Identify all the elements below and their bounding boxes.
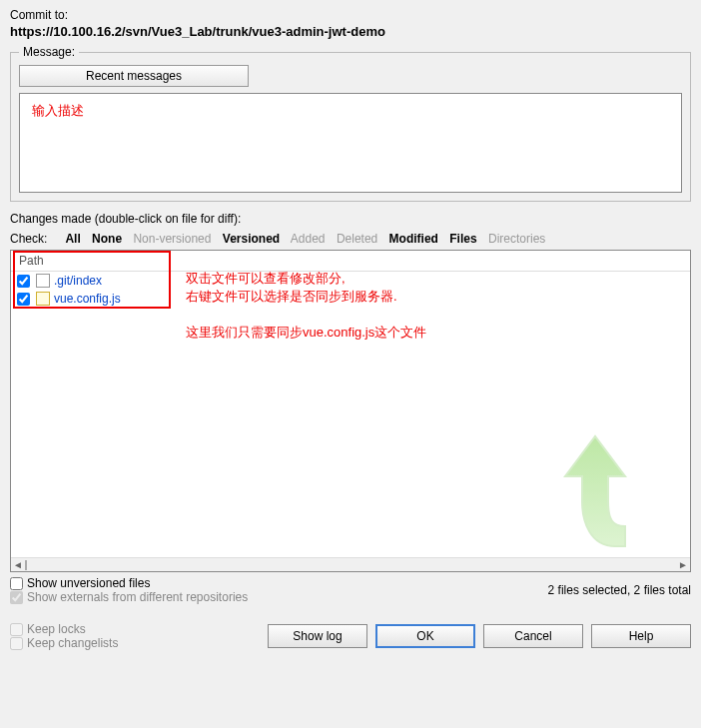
message-textarea[interactable]: 输入描述 — [19, 93, 682, 193]
file-name: .git/index — [54, 274, 102, 288]
filter-versioned[interactable]: Versioned — [223, 232, 280, 246]
file-icon — [36, 274, 50, 288]
filter-directories[interactable]: Directories — [488, 232, 545, 246]
file-checkbox-vue-config[interactable] — [17, 293, 30, 306]
filter-deleted[interactable]: Deleted — [337, 232, 377, 246]
recent-messages-button[interactable]: Recent messages — [19, 65, 249, 87]
filter-all[interactable]: All — [65, 232, 80, 246]
commit-url: https://10.100.16.2/svn/Vue3_Lab/trunk/v… — [10, 24, 691, 39]
selection-status: 2 files selected, 2 files total — [548, 583, 691, 597]
filter-non-versioned[interactable]: Non-versioned — [133, 232, 211, 246]
changes-label: Changes made (double-click on file for d… — [10, 212, 691, 226]
file-checkbox-git-index[interactable] — [17, 275, 30, 288]
show-externals-checkbox — [10, 591, 23, 604]
show-unversioned-label: Show unversioned files — [27, 576, 150, 590]
help-button[interactable]: Help — [591, 624, 691, 648]
keep-locks-label: Keep locks — [27, 622, 86, 636]
file-list-panel: Path .git/index vue.config.js 双击文件可以查看修改… — [10, 250, 691, 572]
filter-added[interactable]: Added — [291, 232, 326, 246]
filter-files[interactable]: Files — [449, 232, 476, 246]
scroll-right-icon[interactable]: ► — [676, 559, 690, 570]
check-filter-row: Check: All None Non-versioned Versioned … — [10, 232, 691, 246]
horizontal-scrollbar[interactable]: ◄ ► — [11, 557, 690, 571]
scroll-thumb[interactable] — [25, 560, 27, 570]
show-externals-label: Show externals from different repositori… — [27, 590, 248, 604]
commit-arrow-icon — [560, 431, 650, 551]
cancel-button[interactable]: Cancel — [483, 624, 583, 648]
scroll-left-icon[interactable]: ◄ — [11, 559, 25, 570]
message-legend: Message: — [19, 45, 79, 59]
message-annotation: 输入描述 — [32, 103, 84, 118]
commit-to-label: Commit to: — [10, 8, 691, 22]
show-unversioned-checkbox[interactable] — [10, 577, 23, 590]
filter-none[interactable]: None — [92, 232, 122, 246]
keep-locks-checkbox — [10, 623, 23, 636]
annotation-text-3: 这里我们只需要同步vue.config.js这个文件 — [186, 323, 505, 344]
check-label: Check: — [10, 232, 47, 246]
annotation-text-2: 右键文件可以选择是否同步到服务器. — [186, 287, 505, 308]
ok-button[interactable]: OK — [375, 624, 475, 648]
show-log-button[interactable]: Show log — [268, 624, 367, 648]
message-fieldset: Message: Recent messages 输入描述 — [10, 45, 691, 202]
filter-modified[interactable]: Modified — [389, 232, 438, 246]
keep-changelists-label: Keep changelists — [27, 636, 118, 650]
file-icon-js — [36, 292, 50, 306]
keep-changelists-checkbox — [10, 637, 23, 650]
file-name: vue.config.js — [54, 292, 121, 306]
